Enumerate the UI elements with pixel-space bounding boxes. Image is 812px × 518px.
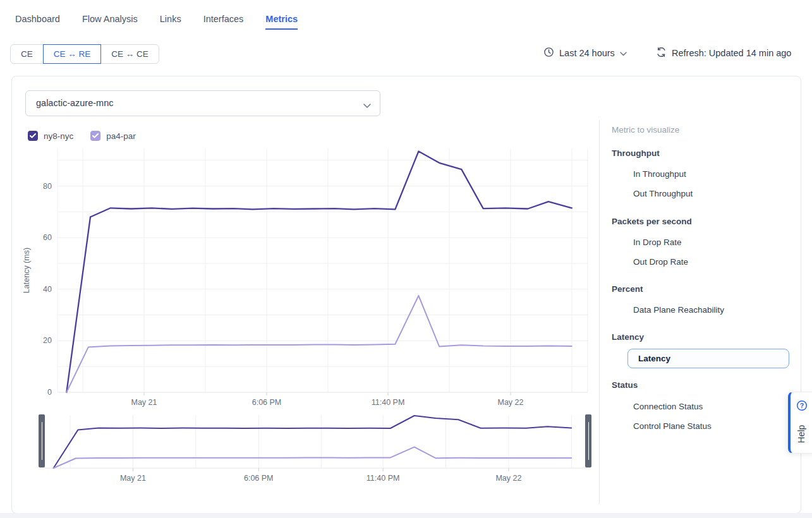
latency-line-chart: May 216:06 PM11:40 PMMay 22020406080Late… — [19, 142, 597, 413]
nav-item-links[interactable]: Links — [160, 14, 181, 30]
x-tick-label: 11:40 PM — [367, 474, 400, 483]
legend-item-pa4-par[interactable]: pa4-par — [90, 131, 136, 141]
checkbox-checked-icon[interactable] — [90, 131, 100, 141]
top-nav: Dashboard Flow Analysis Links Interfaces… — [15, 14, 298, 30]
metric-item-out-throughput[interactable]: Out Throughput — [633, 188, 693, 200]
metric-group-throughput: Throughput — [612, 147, 660, 160]
svg-text:?: ? — [800, 402, 804, 409]
series-legend: ny8-nyc pa4-par — [28, 131, 136, 141]
nav-item-flow-analysis[interactable]: Flow Analysis — [82, 14, 138, 30]
segment-ce-ce-button[interactable]: CE ↔ CE — [100, 44, 159, 64]
metric-group-latency: Latency — [612, 331, 644, 344]
y-tick-label: 20 — [43, 336, 52, 345]
metric-item-out-drop-rate[interactable]: Out Drop Rate — [633, 256, 688, 268]
question-circle-icon: ? — [796, 400, 808, 414]
nav-item-interfaces[interactable]: Interfaces — [203, 14, 244, 30]
metric-item-connection-status[interactable]: Connection Status — [633, 401, 703, 413]
x-tick-label: 6:06 PM — [252, 398, 282, 407]
metric-group-percent: Percent — [612, 283, 643, 296]
series-ny8-nyc — [54, 416, 572, 468]
x-tick-label: 11:40 PM — [372, 398, 405, 407]
clock-icon — [543, 47, 554, 59]
metrics-page: Dashboard Flow Analysis Links Interfaces… — [0, 0, 812, 518]
latency-overview-chart: May 216:06 PM11:40 PMMay 22 — [35, 412, 597, 486]
y-tick-label: 40 — [43, 285, 52, 294]
x-tick-label: May 21 — [131, 398, 157, 407]
checkbox-checked-icon[interactable] — [28, 131, 38, 141]
sidebar-divider — [599, 120, 600, 504]
connection-type-segmented-control: CE CE ↔ RE CE ↔ CE — [10, 44, 159, 64]
nav-item-metrics[interactable]: Metrics — [265, 14, 298, 30]
y-axis-label: Latency (ms) — [22, 248, 31, 293]
sidebar-title: Metric to visualize — [612, 124, 679, 136]
x-tick-label: May 22 — [498, 398, 524, 407]
segment-ce-button[interactable]: CE — [10, 44, 44, 64]
x-tick-label: May 21 — [120, 474, 146, 483]
brush-handle-left[interactable] — [39, 414, 45, 467]
series-pa4-par — [66, 296, 572, 392]
series-pa4-par — [54, 447, 572, 468]
legend-item-ny8-nyc[interactable]: ny8-nyc — [28, 131, 73, 141]
refresh-icon — [656, 47, 667, 59]
x-tick-label: 6:06 PM — [244, 474, 274, 483]
device-select-value: galactic-azure-mnc — [36, 91, 114, 116]
help-label: Help — [795, 421, 808, 447]
time-range-label: Last 24 hours — [559, 48, 615, 58]
metric-item-control-plane-status[interactable]: Control Plane Status — [633, 420, 712, 433]
metric-item-in-drop-rate[interactable]: In Drop Rate — [633, 236, 682, 249]
device-select[interactable]: galactic-azure-mnc — [25, 90, 380, 116]
nav-item-dashboard[interactable]: Dashboard — [15, 14, 60, 30]
selected-metric-label: Latency — [638, 349, 670, 368]
brush-handle-right[interactable] — [585, 414, 591, 467]
y-tick-label: 60 — [43, 233, 52, 242]
metric-group-packets: Packets per second — [612, 215, 692, 228]
y-tick-label: 0 — [47, 388, 52, 397]
time-range-dropdown[interactable]: Last 24 hours — [543, 47, 627, 59]
metric-item-data-plane-reachability[interactable]: Data Plane Reachability — [633, 304, 724, 316]
legend-label: pa4-par — [106, 131, 136, 141]
series-ny8-nyc — [66, 152, 572, 393]
page-bottom-strip — [0, 513, 812, 518]
metric-group-status: Status — [612, 379, 638, 392]
y-tick-label: 80 — [43, 182, 52, 191]
metric-item-latency-selected[interactable]: Latency — [627, 349, 789, 368]
segment-ce-re-button[interactable]: CE ↔ RE — [43, 44, 102, 64]
chevron-down-icon — [620, 48, 627, 58]
x-tick-label: May 22 — [495, 474, 521, 483]
refresh-label: Refresh: Updated 14 min ago — [672, 48, 791, 58]
help-button[interactable]: ? Help — [788, 392, 812, 454]
metric-item-in-throughput[interactable]: In Throughput — [633, 168, 686, 181]
legend-label: ny8-nyc — [44, 131, 73, 141]
chevron-down-icon — [363, 100, 371, 111]
refresh-button[interactable]: Refresh: Updated 14 min ago — [656, 47, 791, 59]
